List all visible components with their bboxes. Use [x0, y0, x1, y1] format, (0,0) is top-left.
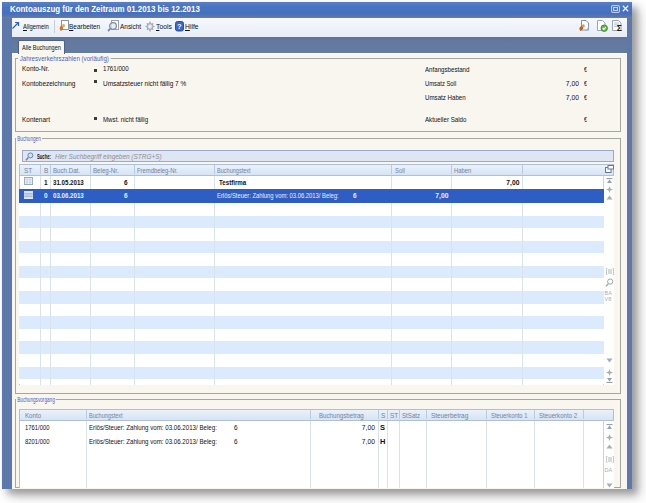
- svg-text:Σ: Σ: [617, 23, 622, 32]
- svg-text:?: ?: [177, 22, 182, 31]
